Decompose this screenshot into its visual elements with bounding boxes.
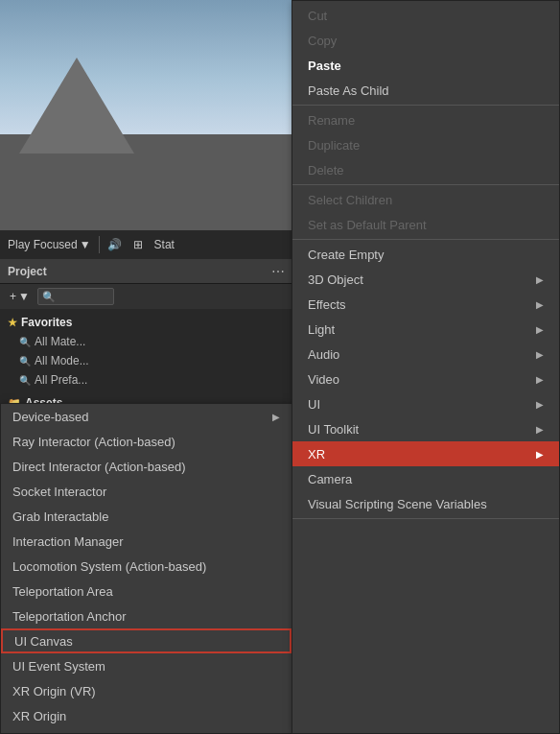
sub-menu-item-xr-origin[interactable]: XR Origin <box>1 703 292 728</box>
menu-label-create-empty: Create Empty <box>308 248 384 262</box>
project-header: Project ⋯ <box>0 259 292 284</box>
sub-menu-label-device-based: Device-based <box>12 410 89 424</box>
project-search-input[interactable] <box>37 288 114 305</box>
chevron-icon-audio: ▶ <box>536 349 544 360</box>
menu-label-visual-scripting: Visual Scripting Scene Variables <box>308 497 487 511</box>
menu-item-light[interactable]: Light▶ <box>292 317 559 342</box>
menu-item-camera[interactable]: Camera <box>292 466 559 491</box>
grid-icon: ⊞ <box>133 238 143 251</box>
sub-menu-label-direct-interactor-action: Direct Interactor (Action-based) <box>12 460 186 474</box>
sub-menu-item-direct-interactor-action[interactable]: Direct Interactor (Action-based) <box>1 454 292 479</box>
sub-menu-label-xr-origin-vr: XR Origin (VR) <box>12 684 96 698</box>
sub-menu-item-interaction-manager[interactable]: Interaction Manager <box>1 529 292 554</box>
menu-label-3d-object: 3D Object <box>308 272 363 287</box>
context-menu-content: CutCopyPastePaste As ChildRenameDuplicat… <box>292 1 559 519</box>
sub-menu-label-interaction-manager: Interaction Manager <box>12 534 124 549</box>
menu-item-video[interactable]: Video▶ <box>292 367 559 391</box>
sub-menu-item-socket-interactor[interactable]: Socket Interactor <box>1 479 292 504</box>
toolbar-separator <box>99 236 100 253</box>
sub-menu-item-locomotion-system[interactable]: Locomotion System (Action-based) <box>1 554 292 579</box>
play-focused-button[interactable]: Play Focused ▼ <box>4 236 95 253</box>
chevron-icon-light: ▶ <box>536 324 544 335</box>
menu-label-ui-toolkit: UI Toolkit <box>308 422 359 437</box>
star-icon: ★ <box>8 317 17 329</box>
sub-menu-list: Device-based▶Ray Interactor (Action-base… <box>1 404 292 728</box>
all-mate-label: All Mate... <box>35 335 85 348</box>
audio-button[interactable]: 🔊 <box>104 236 126 253</box>
all-models-item[interactable]: 🔍 All Mode... <box>12 351 292 370</box>
menu-item-visual-scripting[interactable]: Visual Scripting Scene Variables <box>292 491 559 516</box>
menu-item-ui-toolkit[interactable]: UI Toolkit▶ <box>292 416 559 441</box>
grid-button[interactable]: ⊞ <box>129 236 147 253</box>
menu-item-xr[interactable]: XR▶ <box>292 441 559 466</box>
menu-label-cut: Cut <box>308 9 327 23</box>
three-dots-icon: ⋯ <box>271 264 285 279</box>
sub-menu-label-xr-origin: XR Origin <box>12 709 66 723</box>
menu-item-set-default-parent: Set as Default Parent <box>292 212 559 237</box>
menu-item-3d-object[interactable]: 3D Object▶ <box>292 267 559 292</box>
sub-chevron-icon-device-based: ▶ <box>272 412 280 422</box>
all-materials-item[interactable]: 🔍 All Mate... <box>12 332 292 351</box>
sub-menu-item-xr-origin-vr[interactable]: XR Origin (VR) <box>1 678 292 703</box>
menu-item-effects[interactable]: Effects▶ <box>292 292 559 317</box>
menu-item-audio[interactable]: Audio▶ <box>292 342 559 367</box>
sub-menu-item-ui-event-system[interactable]: UI Event System <box>1 653 292 678</box>
xr-submenu: Device-based▶Ray Interactor (Action-base… <box>0 403 292 734</box>
menu-item-duplicate: Duplicate <box>292 132 559 157</box>
menu-item-rename: Rename <box>292 107 559 132</box>
project-title: Project <box>8 265 271 278</box>
add-icon: + <box>10 290 16 303</box>
sub-menu-item-teleportation-area[interactable]: Teleportation Area <box>1 579 292 604</box>
context-menu: CutCopyPastePaste As ChildRenameDuplicat… <box>292 0 560 734</box>
sub-menu-item-ui-canvas[interactable]: UI Canvas <box>1 628 292 653</box>
menu-item-create-empty[interactable]: Create Empty <box>292 242 559 267</box>
menu-item-paste-as-child[interactable]: Paste As Child <box>292 78 559 103</box>
chevron-icon-video: ▶ <box>536 374 544 385</box>
sub-menu-label-ray-interactor-action: Ray Interactor (Action-based) <box>12 435 175 449</box>
menu-item-ui[interactable]: UI▶ <box>292 391 559 416</box>
menu-label-audio: Audio <box>308 347 339 362</box>
favorites-header[interactable]: ★ Favorites <box>0 313 292 332</box>
sub-menu-item-grab-interactable[interactable]: Grab Interactable <box>1 504 292 529</box>
sub-menu-label-teleportation-area: Teleportation Area <box>12 584 113 599</box>
sub-menu-item-ray-interactor-action[interactable]: Ray Interactor (Action-based) <box>1 429 292 454</box>
sub-menu-label-socket-interactor: Socket Interactor <box>12 485 106 499</box>
chevron-icon-ui: ▶ <box>536 399 544 410</box>
menu-label-video: Video <box>308 372 339 387</box>
sub-menu-item-teleportation-anchor[interactable]: Teleportation Anchor <box>1 604 292 628</box>
menu-label-light: Light <box>308 322 335 337</box>
menu-label-rename: Rename <box>308 113 355 128</box>
menu-label-duplicate: Duplicate <box>308 138 360 153</box>
chevron-icon-xr: ▶ <box>536 449 544 460</box>
menu-label-paste: Paste <box>308 59 341 73</box>
play-focused-label: Play Focused <box>8 238 78 251</box>
menu-item-paste[interactable]: Paste <box>292 53 559 78</box>
sub-menu-label-teleportation-anchor: Teleportation Anchor <box>12 609 127 624</box>
menu-item-delete: Delete <box>292 157 559 182</box>
chevron-icon-3d-object: ▶ <box>536 274 544 285</box>
stats-label: Stat <box>154 238 175 251</box>
audio-icon: 🔊 <box>107 238 122 251</box>
sub-menu-item-device-based[interactable]: Device-based▶ <box>1 404 292 429</box>
menu-section-3: Select ChildrenSet as Default Parent <box>292 185 559 240</box>
all-prefabs-item[interactable]: 🔍 All Prefa... <box>12 370 292 390</box>
menu-label-select-children: Select Children <box>308 193 392 207</box>
menu-label-delete: Delete <box>308 163 344 178</box>
all-prefa-label: All Prefa... <box>35 373 87 387</box>
add-button[interactable]: + ▼ <box>6 288 34 305</box>
search-icon-sm: 🔍 <box>19 337 31 347</box>
menu-label-camera: Camera <box>308 472 352 486</box>
stats-button[interactable]: Stat <box>151 236 178 253</box>
menu-label-xr: XR <box>308 447 325 462</box>
scene-toolbar: Play Focused ▼ 🔊 ⊞ Stat <box>0 230 292 259</box>
menu-item-cut: Cut <box>292 3 559 28</box>
menu-label-copy: Copy <box>308 34 337 48</box>
menu-label-ui: UI <box>308 397 320 412</box>
favorites-label: Favorites <box>21 316 72 329</box>
sub-menu-label-ui-canvas: UI Canvas <box>14 634 73 649</box>
project-toolbar: + ▼ <box>0 284 292 309</box>
search-icon-sm-2: 🔍 <box>19 356 31 367</box>
menu-label-set-default-parent: Set as Default Parent <box>308 218 427 232</box>
scene-view <box>0 0 292 230</box>
chevron-icon-ui-toolkit: ▶ <box>536 424 544 435</box>
